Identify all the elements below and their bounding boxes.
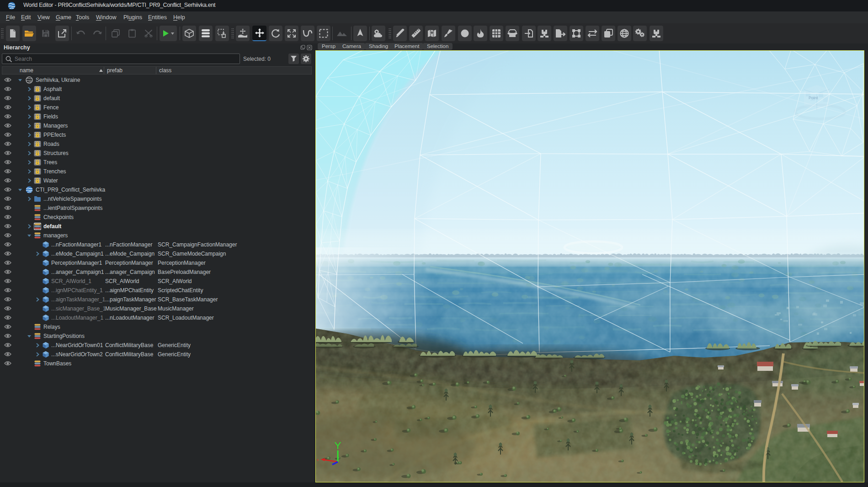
svg-text:Point: Point [809,96,818,100]
svg-text:x: x [317,458,319,462]
